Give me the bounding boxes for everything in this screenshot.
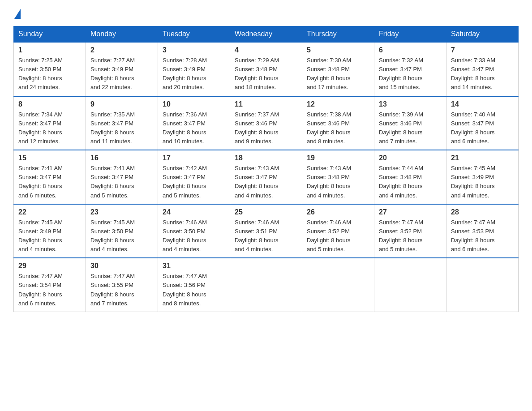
day-info: Sunrise: 7:37 AMSunset: 3:46 PMDaylight:… xyxy=(235,110,297,146)
calendar-cell: 19Sunrise: 7:43 AMSunset: 3:48 PMDayligh… xyxy=(302,150,374,204)
day-info: Sunrise: 7:47 AMSunset: 3:54 PMDaylight:… xyxy=(18,272,81,308)
day-number: 24 xyxy=(163,208,225,216)
day-number: 8 xyxy=(18,100,81,108)
week-row-2: 8Sunrise: 7:34 AMSunset: 3:47 PMDaylight… xyxy=(14,96,519,150)
day-number: 17 xyxy=(163,154,225,162)
day-number: 20 xyxy=(379,154,442,162)
col-header-friday: Friday xyxy=(374,26,446,43)
day-info: Sunrise: 7:39 AMSunset: 3:46 PMDaylight:… xyxy=(379,110,442,146)
calendar-cell: 9Sunrise: 7:35 AMSunset: 3:47 PMDaylight… xyxy=(86,96,158,150)
calendar-table: SundayMondayTuesdayWednesdayThursdayFrid… xyxy=(13,26,519,312)
day-number: 9 xyxy=(90,100,153,108)
col-header-saturday: Saturday xyxy=(446,26,519,43)
col-header-sunday: Sunday xyxy=(14,26,86,43)
calendar-cell: 31Sunrise: 7:47 AMSunset: 3:56 PMDayligh… xyxy=(158,258,230,312)
day-info: Sunrise: 7:33 AMSunset: 3:47 PMDaylight:… xyxy=(451,56,514,92)
day-info: Sunrise: 7:47 AMSunset: 3:52 PMDaylight:… xyxy=(379,218,442,254)
day-number: 31 xyxy=(163,262,225,270)
calendar-cell xyxy=(302,258,374,312)
week-row-3: 15Sunrise: 7:41 AMSunset: 3:47 PMDayligh… xyxy=(14,150,519,204)
day-number: 16 xyxy=(90,154,153,162)
calendar-cell: 12Sunrise: 7:38 AMSunset: 3:46 PMDayligh… xyxy=(302,96,374,150)
day-info: Sunrise: 7:25 AMSunset: 3:50 PMDaylight:… xyxy=(18,56,81,92)
week-row-4: 22Sunrise: 7:45 AMSunset: 3:49 PMDayligh… xyxy=(14,204,519,258)
day-number: 18 xyxy=(235,154,297,162)
week-row-1: 1Sunrise: 7:25 AMSunset: 3:50 PMDaylight… xyxy=(14,42,519,96)
day-info: Sunrise: 7:41 AMSunset: 3:47 PMDaylight:… xyxy=(18,164,81,200)
day-info: Sunrise: 7:34 AMSunset: 3:47 PMDaylight:… xyxy=(18,110,81,146)
calendar-cell: 30Sunrise: 7:47 AMSunset: 3:55 PMDayligh… xyxy=(86,258,158,312)
calendar-cell: 21Sunrise: 7:45 AMSunset: 3:49 PMDayligh… xyxy=(446,150,519,204)
calendar-cell: 8Sunrise: 7:34 AMSunset: 3:47 PMDaylight… xyxy=(14,96,86,150)
day-info: Sunrise: 7:27 AMSunset: 3:49 PMDaylight:… xyxy=(90,56,153,92)
calendar-cell: 17Sunrise: 7:42 AMSunset: 3:47 PMDayligh… xyxy=(158,150,230,204)
day-info: Sunrise: 7:36 AMSunset: 3:47 PMDaylight:… xyxy=(163,110,225,146)
calendar-cell: 18Sunrise: 7:43 AMSunset: 3:47 PMDayligh… xyxy=(230,150,302,204)
day-number: 19 xyxy=(307,154,369,162)
day-number: 7 xyxy=(451,46,514,54)
calendar-cell: 16Sunrise: 7:41 AMSunset: 3:47 PMDayligh… xyxy=(86,150,158,204)
calendar-cell: 13Sunrise: 7:39 AMSunset: 3:46 PMDayligh… xyxy=(374,96,446,150)
day-info: Sunrise: 7:45 AMSunset: 3:50 PMDaylight:… xyxy=(90,218,153,254)
day-info: Sunrise: 7:29 AMSunset: 3:48 PMDaylight:… xyxy=(235,56,297,92)
day-number: 26 xyxy=(307,208,369,216)
calendar-cell: 4Sunrise: 7:29 AMSunset: 3:48 PMDaylight… xyxy=(230,42,302,96)
day-info: Sunrise: 7:30 AMSunset: 3:48 PMDaylight:… xyxy=(307,56,369,92)
calendar-cell: 11Sunrise: 7:37 AMSunset: 3:46 PMDayligh… xyxy=(230,96,302,150)
calendar-cell: 24Sunrise: 7:46 AMSunset: 3:50 PMDayligh… xyxy=(158,204,230,258)
logo-triangle-icon xyxy=(14,9,21,19)
calendar-cell: 5Sunrise: 7:30 AMSunset: 3:48 PMDaylight… xyxy=(302,42,374,96)
day-info: Sunrise: 7:45 AMSunset: 3:49 PMDaylight:… xyxy=(18,218,81,254)
day-number: 1 xyxy=(18,46,81,54)
day-number: 30 xyxy=(90,262,153,270)
day-info: Sunrise: 7:47 AMSunset: 3:55 PMDaylight:… xyxy=(90,272,153,308)
calendar-cell: 14Sunrise: 7:40 AMSunset: 3:47 PMDayligh… xyxy=(446,96,519,150)
day-info: Sunrise: 7:46 AMSunset: 3:51 PMDaylight:… xyxy=(235,218,297,254)
calendar-cell xyxy=(446,258,519,312)
col-header-tuesday: Tuesday xyxy=(158,26,230,43)
logo xyxy=(13,9,21,18)
calendar-cell xyxy=(230,258,302,312)
day-info: Sunrise: 7:44 AMSunset: 3:48 PMDaylight:… xyxy=(379,164,442,200)
day-info: Sunrise: 7:43 AMSunset: 3:48 PMDaylight:… xyxy=(307,164,369,200)
day-number: 27 xyxy=(379,208,442,216)
day-number: 25 xyxy=(235,208,297,216)
day-number: 11 xyxy=(235,100,297,108)
day-number: 28 xyxy=(451,208,514,216)
calendar-cell: 28Sunrise: 7:47 AMSunset: 3:53 PMDayligh… xyxy=(446,204,519,258)
calendar-cell: 26Sunrise: 7:46 AMSunset: 3:52 PMDayligh… xyxy=(302,204,374,258)
day-info: Sunrise: 7:41 AMSunset: 3:47 PMDaylight:… xyxy=(90,164,153,200)
day-info: Sunrise: 7:45 AMSunset: 3:49 PMDaylight:… xyxy=(451,164,514,200)
day-number: 13 xyxy=(379,100,442,108)
calendar-cell: 7Sunrise: 7:33 AMSunset: 3:47 PMDaylight… xyxy=(446,42,519,96)
day-number: 23 xyxy=(90,208,153,216)
calendar-cell xyxy=(374,258,446,312)
calendar-cell: 2Sunrise: 7:27 AMSunset: 3:49 PMDaylight… xyxy=(86,42,158,96)
col-header-wednesday: Wednesday xyxy=(230,26,302,43)
calendar-cell: 22Sunrise: 7:45 AMSunset: 3:49 PMDayligh… xyxy=(14,204,86,258)
week-row-5: 29Sunrise: 7:47 AMSunset: 3:54 PMDayligh… xyxy=(14,258,519,312)
calendar-cell: 3Sunrise: 7:28 AMSunset: 3:49 PMDaylight… xyxy=(158,42,230,96)
day-number: 22 xyxy=(18,208,81,216)
day-number: 15 xyxy=(18,154,81,162)
col-header-thursday: Thursday xyxy=(302,26,374,43)
day-info: Sunrise: 7:28 AMSunset: 3:49 PMDaylight:… xyxy=(163,56,225,92)
day-number: 3 xyxy=(163,46,225,54)
calendar-cell: 1Sunrise: 7:25 AMSunset: 3:50 PMDaylight… xyxy=(14,42,86,96)
day-info: Sunrise: 7:46 AMSunset: 3:50 PMDaylight:… xyxy=(163,218,225,254)
day-number: 6 xyxy=(379,46,442,54)
calendar-cell: 6Sunrise: 7:32 AMSunset: 3:47 PMDaylight… xyxy=(374,42,446,96)
day-info: Sunrise: 7:47 AMSunset: 3:53 PMDaylight:… xyxy=(451,218,514,254)
day-number: 2 xyxy=(90,46,153,54)
day-info: Sunrise: 7:47 AMSunset: 3:56 PMDaylight:… xyxy=(163,272,225,308)
calendar-cell: 10Sunrise: 7:36 AMSunset: 3:47 PMDayligh… xyxy=(158,96,230,150)
calendar-cell: 25Sunrise: 7:46 AMSunset: 3:51 PMDayligh… xyxy=(230,204,302,258)
day-number: 5 xyxy=(307,46,369,54)
day-info: Sunrise: 7:35 AMSunset: 3:47 PMDaylight:… xyxy=(90,110,153,146)
day-info: Sunrise: 7:46 AMSunset: 3:52 PMDaylight:… xyxy=(307,218,369,254)
calendar-cell: 15Sunrise: 7:41 AMSunset: 3:47 PMDayligh… xyxy=(14,150,86,204)
day-info: Sunrise: 7:40 AMSunset: 3:47 PMDaylight:… xyxy=(451,110,514,146)
calendar-cell: 23Sunrise: 7:45 AMSunset: 3:50 PMDayligh… xyxy=(86,204,158,258)
day-number: 29 xyxy=(18,262,81,270)
day-number: 21 xyxy=(451,154,514,162)
